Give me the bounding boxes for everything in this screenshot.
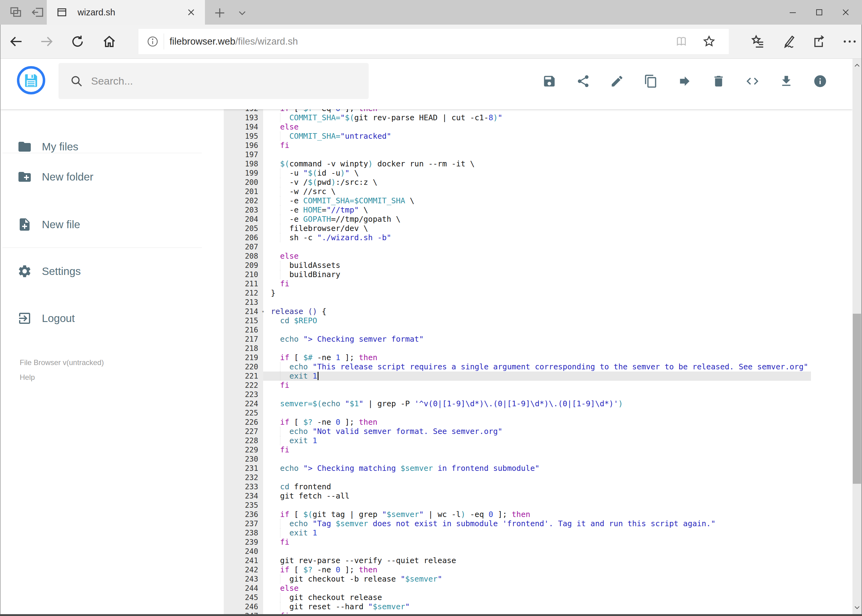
code-row[interactable]: 201 -w //src \ [224,187,853,196]
search-bar[interactable] [58,63,369,99]
code-row[interactable]: 226 if [ $? -ne 0 ]; then [224,418,853,427]
code-row[interactable]: 224 semver=$(echo "$1" | grep -P '^v(0|[… [224,399,853,409]
code-line[interactable] [263,501,853,510]
code-row[interactable]: 241 git rev-parse --verify --quiet relea… [224,556,853,565]
code-row[interactable]: 223 [224,390,853,399]
sidebar-item-logout[interactable]: Logout [1,303,204,333]
code-line[interactable]: filebrowser/dev \ [263,224,853,233]
code-line[interactable]: git checkout release [263,593,853,602]
code-line[interactable]: echo "> Checking matching $semver in fro… [263,464,853,473]
code-line[interactable]: buildBinary [263,270,853,279]
code-line[interactable] [263,473,853,482]
code-line[interactable]: fi [263,537,853,547]
code-line[interactable] [263,298,853,307]
sidebar-item-new-folder[interactable]: New folder [1,162,204,192]
code-line[interactable]: fi [263,279,853,289]
code-line[interactable] [263,454,853,464]
code-row[interactable]: 214▾release () { [224,307,853,316]
code-line[interactable]: if [ $(git tag | grep "$semver" | wc -l)… [263,510,853,519]
code-row[interactable]: 192 if [ $? -eq 0 ]; then [224,109,853,113]
code-row[interactable]: 204 -e GOPATH=//tmp/gopath \ [224,215,853,224]
code-row[interactable]: 213 [224,298,853,307]
code-line[interactable]: git rev-parse --verify --quiet release [263,556,853,565]
code-line[interactable] [263,390,853,399]
url-bar[interactable]: filebrowser.web/files/wizard.sh [139,29,729,54]
info-button[interactable] [813,74,827,88]
code-view-button[interactable] [745,74,760,88]
code-line[interactable]: git checkout -b release "$semver" [263,575,853,584]
new-tab-icon[interactable] [213,6,227,20]
code-row[interactable]: 244 else [224,584,853,593]
favorite-star-icon[interactable] [702,35,716,48]
code-row[interactable]: 206 sh -c "./wizard.sh -b" [224,233,853,242]
code-row[interactable]: 211 fi [224,279,853,289]
share-button[interactable] [576,74,590,88]
code-row[interactable]: 229 fi [224,445,853,454]
code-line[interactable]: -v /$(pwd):/src:z \ [263,178,853,187]
code-line[interactable]: exit 1 [263,528,853,537]
code-line[interactable]: -e COMMIT_SHA=$COMMIT_SHA \ [263,196,853,206]
code-row[interactable]: 225 [224,409,853,418]
code-editor[interactable]: 192 if [ $? -eq 0 ]; then193 COMMIT_SHA=… [224,109,853,616]
code-row[interactable]: 207 [224,242,853,251]
url-text[interactable]: filebrowser.web/files/wizard.sh [170,36,674,47]
code-row[interactable]: 209 buildAssets [224,261,853,270]
code-line[interactable]: semver=$(echo "$1" | grep -P '^v(0|[1-9]… [263,399,853,409]
code-row[interactable]: 212} [224,289,853,298]
maximize-icon[interactable] [806,0,832,25]
download-button[interactable] [779,74,793,88]
code-row[interactable]: 222 fi [224,381,853,390]
code-row[interactable]: 237 echo "Tag $semver does not exist in … [224,519,853,528]
more-dots-icon[interactable] [842,34,857,49]
set-tabs-aside-icon[interactable] [31,6,44,19]
back-icon[interactable] [9,34,24,49]
code-row[interactable]: 233 cd frontend [224,482,853,492]
save-button[interactable] [542,74,556,88]
code-row[interactable]: 193 COMMIT_SHA="$(git rev-parse HEAD | c… [224,113,853,123]
code-row[interactable]: 246 git reset --hard "$semver" [224,602,853,611]
page-scrollbar[interactable] [853,59,861,614]
code-line[interactable]: cd $REPO [263,316,853,325]
code-line[interactable]: $(command -v winpty) docker run --rm -it… [263,159,853,168]
code-row[interactable]: 235 [224,501,853,510]
code-row[interactable]: 197 [224,150,853,159]
move-button[interactable] [678,74,692,88]
code-row[interactable]: 234 git fetch --all [224,492,853,501]
code-row[interactable]: 239 fi [224,537,853,547]
code-row[interactable]: 243 git checkout -b release "$semver" [224,575,853,584]
home-icon[interactable] [102,34,117,49]
code-row[interactable]: 228 exit 1 [224,436,853,445]
code-line[interactable]: echo "> Checking semver format" [263,335,853,344]
code-line[interactable]: echo "Tag $semver does not exist in subm… [263,519,853,528]
code-line[interactable] [263,344,853,353]
code-line[interactable] [263,242,853,251]
code-row[interactable]: 195 COMMIT_SHA="untracked" [224,132,853,141]
code-line[interactable]: -u "$(id -u)" \ [263,168,853,178]
code-row[interactable]: 215 cd $REPO [224,316,853,325]
code-line[interactable] [263,150,853,159]
delete-button[interactable] [712,74,726,88]
code-line[interactable]: git fetch --all [263,492,853,501]
code-line[interactable] [263,409,853,418]
sidebar-item-my-files[interactable]: My files [1,132,204,162]
refresh-icon[interactable] [70,34,85,49]
minimize-icon[interactable] [780,0,806,25]
code-line[interactable] [263,547,853,556]
code-row[interactable]: 198 $(command -v winpty) docker run --rm… [224,159,853,168]
code-row[interactable]: 216 [224,325,853,335]
scroll-up-icon[interactable] [853,59,861,72]
search-input[interactable] [90,75,369,87]
code-row[interactable]: 232 [224,473,853,482]
code-line[interactable]: buildAssets [263,261,853,270]
code-line[interactable]: release () { [263,307,853,316]
code-row[interactable]: 231 echo "> Checking matching $semver in… [224,464,853,473]
code-row[interactable]: 219 if [ $# -ne 1 ]; then [224,353,853,362]
tab-dropdown-icon[interactable] [236,7,248,19]
share-icon[interactable] [811,34,826,49]
code-line[interactable]: -e GOPATH=//tmp/gopath \ [263,215,853,224]
hub-icon[interactable] [750,34,765,49]
code-line[interactable]: sh -c "./wizard.sh -b" [263,233,853,242]
code-line[interactable]: if [ $? -ne 0 ]; then [263,418,853,427]
scroll-down-icon[interactable] [853,600,861,614]
code-line[interactable]: COMMIT_SHA="untracked" [263,132,853,141]
